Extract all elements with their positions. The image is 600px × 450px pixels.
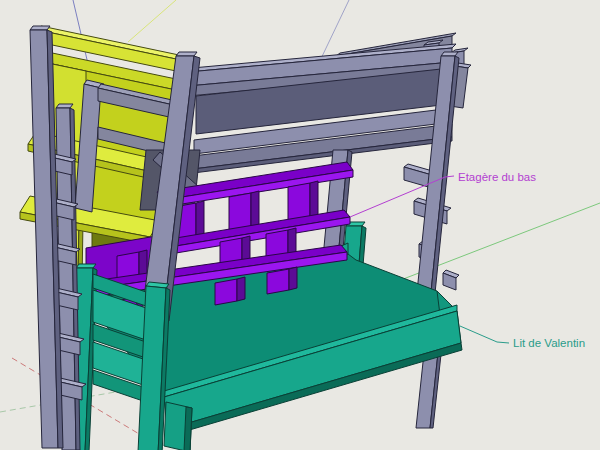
purple-divider[interactable] bbox=[267, 269, 289, 294]
purple-divider[interactable] bbox=[215, 279, 237, 305]
headboard-left-post-cap bbox=[76, 264, 96, 268]
purple-divider-side bbox=[289, 267, 297, 290]
purple-divider-side bbox=[237, 277, 245, 301]
etagere-label[interactable]: Etagère du bas bbox=[458, 171, 536, 183]
valentin-label[interactable]: Lit de Valentin bbox=[513, 337, 585, 349]
bunk-front-post-cap bbox=[176, 52, 197, 56]
3d-viewport[interactable]: Etagère du bas Lit de Valentin bbox=[0, 0, 600, 450]
left-ladder-back-post-cap bbox=[56, 104, 73, 108]
left-ladder-front-post-cap bbox=[30, 26, 50, 30]
ladder-front-post-cap bbox=[441, 52, 458, 56]
